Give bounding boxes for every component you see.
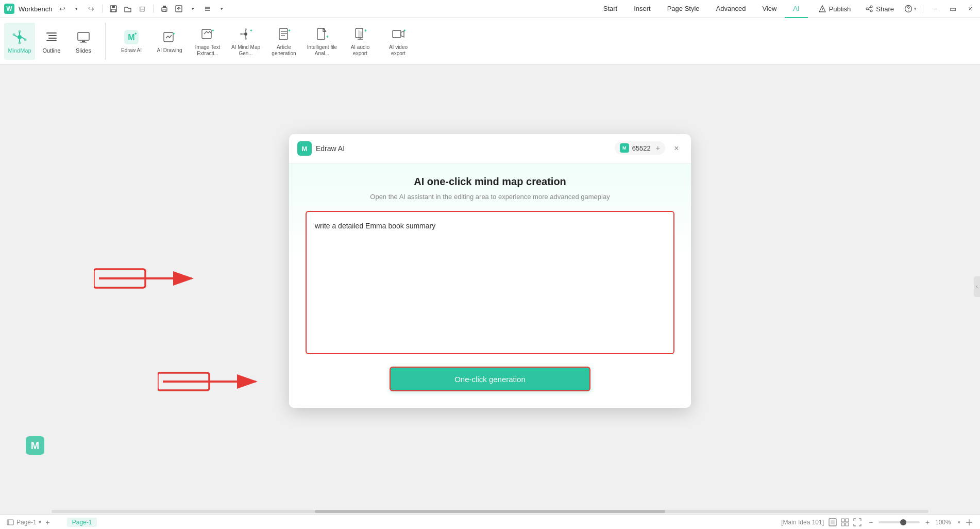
credits-plus-button[interactable]: + — [656, 144, 660, 152]
more-dropdown[interactable]: ▾ — [216, 3, 228, 14]
svg-rect-1 — [112, 6, 115, 8]
page-dropdown-arrow[interactable]: ▾ — [39, 519, 41, 525]
app-title: Workbench — [19, 5, 53, 13]
ai-audio-button[interactable]: ✦ AI audio export — [343, 23, 378, 60]
share-button[interactable]: Share — [861, 3, 898, 15]
svg-rect-64 — [831, 520, 835, 524]
undo-icon[interactable]: ↩ — [57, 3, 68, 14]
svg-rect-24 — [46, 40, 57, 41]
print-icon[interactable] — [159, 3, 170, 14]
view-controls — [828, 518, 862, 527]
publish-button[interactable]: Publish — [814, 3, 855, 15]
status-right: [Main Idea 101] − + 100% ▾ — [781, 518, 974, 527]
nav-advanced[interactable]: Advanced — [708, 0, 754, 18]
outline-label: Outline — [43, 47, 61, 54]
add-page-icon[interactable]: + — [43, 518, 53, 527]
image-text-button[interactable]: ✦ Image Text Extracti... — [190, 23, 225, 60]
intelligent-file-button[interactable]: ✦ Intelligent file Anal... — [305, 23, 340, 60]
edraw-ai-icon: M ✦ — [123, 29, 140, 45]
svg-point-14 — [19, 30, 21, 32]
nav-pagestyle[interactable]: Page Style — [659, 0, 708, 18]
zoom-dropdown[interactable]: ▾ — [958, 520, 960, 525]
close-window-icon[interactable]: × — [965, 3, 976, 14]
zoom-plus-button[interactable]: + — [923, 518, 932, 526]
more-icon[interactable] — [202, 3, 213, 14]
app-icon: W — [4, 4, 14, 14]
fullscreen-icon[interactable] — [853, 518, 862, 527]
ai-mindmap-button[interactable]: ✦ AI Mind Map Gen... — [228, 23, 263, 60]
export-dropdown[interactable]: ▾ — [188, 3, 199, 14]
svg-text:✦: ✦ — [211, 28, 215, 33]
save-icon[interactable] — [108, 3, 119, 14]
article-gen-label: Article generation — [268, 44, 299, 57]
prompt-textarea[interactable]: write a detailed Emma book summary — [307, 212, 673, 351]
edraw-ai-button[interactable]: M ✦ Edraw AI — [114, 23, 149, 60]
current-page-tab[interactable]: Page-1 — [67, 518, 97, 527]
sep1 — [102, 5, 103, 13]
ai-drawing-button[interactable]: ✦ AI Drawing — [152, 23, 187, 60]
dialog-overlay: M Edraw AI M 65522 + × AI one-click mind… — [0, 64, 980, 508]
redo-icon[interactable]: ↪ — [86, 3, 97, 14]
svg-rect-26 — [82, 41, 85, 42]
zoom-slider-thumb[interactable] — [900, 519, 906, 525]
expand-icon[interactable] — [965, 518, 974, 527]
sep-right — [923, 5, 923, 13]
slides-button[interactable]: Slides — [68, 23, 99, 60]
view-mode-icon[interactable] — [840, 518, 850, 527]
minimize-icon[interactable]: − — [930, 3, 941, 14]
ai-drawing-icon: ✦ — [161, 29, 178, 45]
svg-text:✦: ✦ — [288, 28, 291, 33]
ai-mindmap-label: AI Mind Map Gen... — [230, 44, 261, 57]
panel-toggle-icon[interactable] — [6, 518, 14, 526]
svg-rect-43 — [279, 28, 288, 40]
svg-text:✦: ✦ — [403, 28, 406, 33]
svg-rect-67 — [841, 523, 844, 526]
article-gen-button[interactable]: ✦ Article generation — [266, 23, 301, 60]
status-left: Page-1 ▾ + Page-1 — [6, 518, 775, 527]
undo-dropdown[interactable]: ▾ — [71, 3, 82, 14]
scrollbar-thumb[interactable] — [315, 510, 666, 513]
svg-point-37 — [245, 28, 247, 30]
generate-btn-wrapper: One-click generation — [306, 367, 674, 391]
help-dropdown[interactable]: ▾ — [914, 6, 917, 11]
ai-audio-label: AI audio export — [345, 44, 376, 57]
open-icon[interactable] — [122, 3, 133, 14]
zoom-slider[interactable] — [878, 521, 920, 523]
svg-text:✦: ✦ — [326, 35, 329, 39]
svg-text:✦: ✦ — [172, 31, 176, 36]
svg-point-35 — [244, 32, 247, 36]
page-indicator: Page-1 — [16, 519, 37, 526]
outline-button[interactable]: Outline — [36, 23, 67, 60]
outline-icon — [43, 29, 60, 45]
maximize-icon[interactable]: ▭ — [947, 3, 958, 14]
credits-icon: M — [620, 143, 629, 153]
page-tab-inactive — [55, 521, 65, 523]
fit-view-icon[interactable] — [828, 518, 837, 527]
right-panel-toggle[interactable]: ‹ — [974, 276, 980, 297]
svg-point-16 — [19, 41, 21, 44]
nav-start[interactable]: Start — [595, 0, 626, 18]
svg-rect-48 — [317, 28, 325, 40]
export-icon[interactable] — [173, 3, 184, 14]
dialog-close-button[interactable]: × — [670, 142, 683, 155]
svg-text:✦: ✦ — [249, 28, 253, 33]
canvas-area[interactable]: M — [0, 64, 980, 508]
svg-rect-27 — [80, 42, 87, 43]
toolbar-icons: ↩ ▾ ↪ ⊟ ▾ ▾ — [57, 3, 228, 14]
svg-rect-21 — [46, 32, 57, 34]
nav-view[interactable]: View — [754, 0, 785, 18]
help-button[interactable]: ▾ — [904, 5, 917, 13]
generate-button[interactable]: One-click generation — [390, 367, 590, 391]
nav-ai[interactable]: AI — [785, 0, 807, 18]
nav-insert[interactable]: Insert — [626, 0, 659, 18]
ai-video-label: AI video export — [383, 44, 414, 57]
mindmap-button[interactable]: MindMap — [4, 23, 35, 60]
ai-video-button[interactable]: ✦ AI video export — [381, 23, 416, 60]
ribbon-group-main: MindMap Outline Slides — [4, 23, 106, 60]
status-bar: Page-1 ▾ + Page-1 [Main Idea 101] − + 10… — [0, 515, 980, 529]
article-gen-icon: ✦ — [276, 26, 292, 42]
layout-icon[interactable]: ⊟ — [137, 3, 148, 14]
zoom-minus-button[interactable]: − — [866, 518, 875, 526]
scrollbar-track[interactable] — [52, 510, 928, 513]
credits-value: 65522 — [632, 144, 651, 152]
